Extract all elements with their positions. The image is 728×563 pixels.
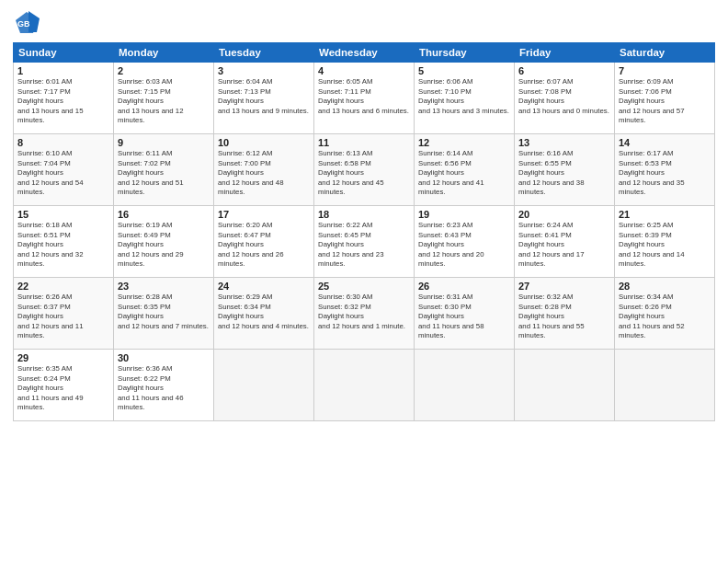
- week-row-3: 15 Sunrise: 6:18 AM Sunset: 6:51 PM Dayl…: [14, 206, 715, 278]
- calendar-cell: 29 Sunrise: 6:35 AM Sunset: 6:24 PM Dayl…: [14, 350, 114, 421]
- calendar-cell: 17 Sunrise: 6:20 AM Sunset: 6:47 PM Dayl…: [214, 206, 314, 278]
- calendar-cell: 20 Sunrise: 6:24 AM Sunset: 6:41 PM Dayl…: [515, 206, 615, 278]
- day-info: Sunrise: 6:25 AM Sunset: 6:39 PM Dayligh…: [619, 221, 711, 270]
- day-info: Sunrise: 6:20 AM Sunset: 6:47 PM Dayligh…: [218, 221, 310, 270]
- calendar-cell: 26 Sunrise: 6:31 AM Sunset: 6:30 PM Dayl…: [415, 278, 515, 350]
- day-info: Sunrise: 6:30 AM Sunset: 6:32 PM Dayligh…: [318, 293, 410, 331]
- day-number: 9: [118, 137, 210, 148]
- page: GB Sunday Monday Tuesday Wednesday Thurs…: [0, 0, 728, 563]
- week-row-1: 1 Sunrise: 6:01 AM Sunset: 7:17 PM Dayli…: [14, 63, 715, 134]
- calendar-cell: [314, 350, 415, 421]
- header-sunday: Sunday: [14, 43, 114, 63]
- header-saturday: Saturday: [615, 43, 715, 63]
- day-info: Sunrise: 6:11 AM Sunset: 7:02 PM Dayligh…: [118, 149, 210, 198]
- calendar-cell: 21 Sunrise: 6:25 AM Sunset: 6:39 PM Dayl…: [615, 206, 715, 278]
- day-number: 22: [17, 281, 109, 292]
- svg-marker-1: [28, 11, 40, 32]
- header-wednesday: Wednesday: [314, 43, 415, 63]
- day-number: 28: [619, 281, 711, 292]
- day-number: 29: [17, 352, 109, 363]
- day-info: Sunrise: 6:04 AM Sunset: 7:13 PM Dayligh…: [218, 77, 310, 116]
- day-info: Sunrise: 6:18 AM Sunset: 6:51 PM Dayligh…: [17, 221, 109, 270]
- day-info: Sunrise: 6:14 AM Sunset: 6:56 PM Dayligh…: [418, 149, 510, 198]
- calendar-cell: 28 Sunrise: 6:34 AM Sunset: 6:26 PM Dayl…: [615, 278, 715, 350]
- calendar-cell: 11 Sunrise: 6:13 AM Sunset: 6:58 PM Dayl…: [314, 134, 415, 206]
- calendar-cell: 8 Sunrise: 6:10 AM Sunset: 7:04 PM Dayli…: [14, 134, 114, 206]
- logo: GB: [13, 9, 44, 37]
- calendar-cell: 16 Sunrise: 6:19 AM Sunset: 6:49 PM Dayl…: [114, 206, 214, 278]
- day-number: 21: [619, 209, 711, 220]
- day-number: 5: [418, 65, 510, 76]
- day-info: Sunrise: 6:17 AM Sunset: 6:53 PM Dayligh…: [619, 149, 711, 198]
- day-info: Sunrise: 6:22 AM Sunset: 6:45 PM Dayligh…: [318, 221, 410, 270]
- calendar-cell: 23 Sunrise: 6:28 AM Sunset: 6:35 PM Dayl…: [114, 278, 214, 350]
- day-info: Sunrise: 6:01 AM Sunset: 7:17 PM Dayligh…: [17, 77, 109, 126]
- day-info: Sunrise: 6:23 AM Sunset: 6:43 PM Dayligh…: [418, 221, 510, 270]
- calendar-cell: 3 Sunrise: 6:04 AM Sunset: 7:13 PM Dayli…: [214, 63, 314, 134]
- day-number: 18: [318, 209, 410, 220]
- day-info: Sunrise: 6:36 AM Sunset: 6:22 PM Dayligh…: [118, 364, 210, 413]
- day-number: 6: [518, 65, 610, 76]
- day-info: Sunrise: 6:09 AM Sunset: 7:06 PM Dayligh…: [619, 77, 711, 126]
- calendar-cell: 18 Sunrise: 6:22 AM Sunset: 6:45 PM Dayl…: [314, 206, 415, 278]
- day-info: Sunrise: 6:13 AM Sunset: 6:58 PM Dayligh…: [318, 149, 410, 198]
- day-number: 24: [218, 281, 310, 292]
- day-info: Sunrise: 6:10 AM Sunset: 7:04 PM Dayligh…: [17, 149, 109, 198]
- calendar-cell: 22 Sunrise: 6:26 AM Sunset: 6:37 PM Dayl…: [14, 278, 114, 350]
- calendar-cell: 1 Sunrise: 6:01 AM Sunset: 7:17 PM Dayli…: [14, 63, 114, 134]
- day-number: 26: [418, 281, 510, 292]
- calendar-cell: 7 Sunrise: 6:09 AM Sunset: 7:06 PM Dayli…: [615, 63, 715, 134]
- header-thursday: Thursday: [415, 43, 515, 63]
- day-number: 23: [118, 281, 210, 292]
- day-info: Sunrise: 6:32 AM Sunset: 6:28 PM Dayligh…: [518, 293, 610, 341]
- day-info: Sunrise: 6:05 AM Sunset: 7:11 PM Dayligh…: [318, 77, 410, 116]
- day-info: Sunrise: 6:16 AM Sunset: 6:55 PM Dayligh…: [518, 149, 610, 198]
- day-number: 20: [518, 209, 610, 220]
- day-number: 17: [218, 209, 310, 220]
- day-info: Sunrise: 6:06 AM Sunset: 7:10 PM Dayligh…: [418, 77, 510, 116]
- day-number: 12: [418, 137, 510, 148]
- day-number: 16: [118, 209, 210, 220]
- day-number: 10: [218, 137, 310, 148]
- header-tuesday: Tuesday: [214, 43, 314, 63]
- day-number: 15: [17, 209, 109, 220]
- header: GB: [13, 9, 715, 37]
- day-header-row: Sunday Monday Tuesday Wednesday Thursday…: [14, 43, 715, 63]
- day-number: 3: [218, 65, 310, 76]
- calendar-cell: 4 Sunrise: 6:05 AM Sunset: 7:11 PM Dayli…: [314, 63, 415, 134]
- day-info: Sunrise: 6:26 AM Sunset: 6:37 PM Dayligh…: [17, 293, 109, 341]
- calendar-table: Sunday Monday Tuesday Wednesday Thursday…: [13, 42, 715, 421]
- header-monday: Monday: [114, 43, 214, 63]
- calendar-cell: 10 Sunrise: 6:12 AM Sunset: 7:00 PM Dayl…: [214, 134, 314, 206]
- week-row-5: 29 Sunrise: 6:35 AM Sunset: 6:24 PM Dayl…: [14, 350, 715, 421]
- day-info: Sunrise: 6:07 AM Sunset: 7:08 PM Dayligh…: [518, 77, 610, 116]
- week-row-4: 22 Sunrise: 6:26 AM Sunset: 6:37 PM Dayl…: [14, 278, 715, 350]
- calendar-cell: 13 Sunrise: 6:16 AM Sunset: 6:55 PM Dayl…: [515, 134, 615, 206]
- calendar-cell: [515, 350, 615, 421]
- day-info: Sunrise: 6:19 AM Sunset: 6:49 PM Dayligh…: [118, 221, 210, 270]
- calendar-cell: [415, 350, 515, 421]
- day-number: 19: [418, 209, 510, 220]
- calendar-cell: 6 Sunrise: 6:07 AM Sunset: 7:08 PM Dayli…: [515, 63, 615, 134]
- calendar-cell: [615, 350, 715, 421]
- day-info: Sunrise: 6:34 AM Sunset: 6:26 PM Dayligh…: [619, 293, 711, 341]
- day-info: Sunrise: 6:29 AM Sunset: 6:34 PM Dayligh…: [218, 293, 310, 331]
- day-number: 1: [17, 65, 109, 76]
- day-info: Sunrise: 6:12 AM Sunset: 7:00 PM Dayligh…: [218, 149, 310, 198]
- calendar-cell: 30 Sunrise: 6:36 AM Sunset: 6:22 PM Dayl…: [114, 350, 214, 421]
- day-info: Sunrise: 6:28 AM Sunset: 6:35 PM Dayligh…: [118, 293, 210, 331]
- day-number: 13: [518, 137, 610, 148]
- logo-icon: GB: [13, 9, 40, 37]
- day-number: 8: [17, 137, 109, 148]
- day-info: Sunrise: 6:31 AM Sunset: 6:30 PM Dayligh…: [418, 293, 510, 341]
- calendar-cell: 25 Sunrise: 6:30 AM Sunset: 6:32 PM Dayl…: [314, 278, 415, 350]
- calendar-cell: 9 Sunrise: 6:11 AM Sunset: 7:02 PM Dayli…: [114, 134, 214, 206]
- day-number: 7: [619, 65, 711, 76]
- calendar-cell: 2 Sunrise: 6:03 AM Sunset: 7:15 PM Dayli…: [114, 63, 214, 134]
- day-info: Sunrise: 6:03 AM Sunset: 7:15 PM Dayligh…: [118, 77, 210, 126]
- day-number: 11: [318, 137, 410, 148]
- day-number: 25: [318, 281, 410, 292]
- day-info: Sunrise: 6:35 AM Sunset: 6:24 PM Dayligh…: [17, 364, 109, 413]
- calendar-cell: 14 Sunrise: 6:17 AM Sunset: 6:53 PM Dayl…: [615, 134, 715, 206]
- calendar-cell: 5 Sunrise: 6:06 AM Sunset: 7:10 PM Dayli…: [415, 63, 515, 134]
